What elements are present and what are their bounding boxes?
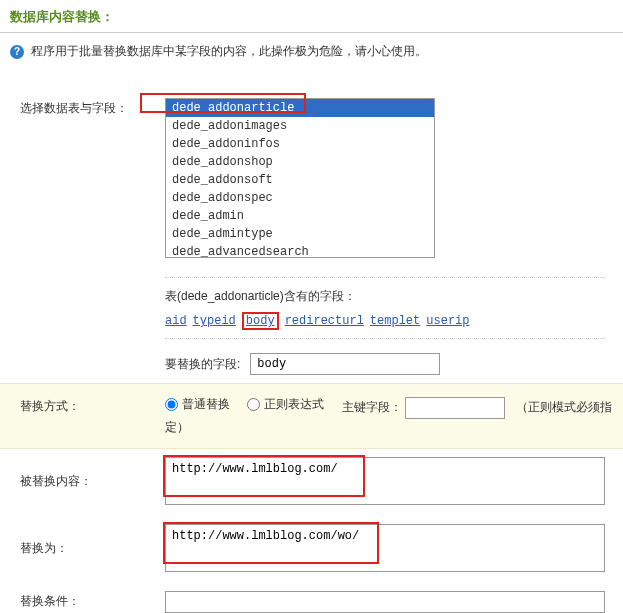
- listbox-item[interactable]: dede_admin: [166, 207, 434, 225]
- radio-normal[interactable]: 普通替换: [165, 396, 230, 413]
- row-replace: 替换为：: [0, 516, 623, 583]
- label-keyfield: 主键字段：: [342, 400, 402, 414]
- field-link[interactable]: userip: [426, 314, 469, 328]
- label-replace-field: 要替换的字段:: [165, 356, 240, 373]
- field-link[interactable]: redirecturl: [285, 314, 364, 328]
- page-title: 数据库内容替换：: [10, 9, 114, 24]
- field-link[interactable]: templet: [370, 314, 420, 328]
- listbox-item[interactable]: dede_addonimages: [166, 117, 434, 135]
- radio-normal-input[interactable]: [165, 398, 178, 411]
- radio-regex-input[interactable]: [247, 398, 260, 411]
- info-row: ? 程序用于批量替换数据库中某字段的内容，此操作极为危险，请小心使用。: [0, 33, 623, 90]
- fields-title: 表(dede_addonarticle)含有的字段：: [165, 288, 605, 305]
- row-find: 被替换内容：: [0, 449, 623, 516]
- table-listbox[interactable]: dede_addonarticledede_addonimagesdede_ad…: [165, 98, 435, 258]
- listbox-item[interactable]: dede_advancedsearch: [166, 243, 434, 258]
- page-header: 数据库内容替换：: [0, 0, 623, 33]
- label-table-select: 选择数据表与字段：: [10, 98, 165, 117]
- input-condition[interactable]: [165, 591, 605, 613]
- field-link[interactable]: aid: [165, 314, 187, 328]
- textarea-find[interactable]: [165, 457, 605, 505]
- field-link[interactable]: body: [242, 312, 279, 330]
- row-mode: 替换方式： 普通替换 正则表达式 主键字段： （正则模式必须指定）: [0, 383, 623, 449]
- label-condition: 替换条件：: [10, 591, 165, 610]
- fields-block: 表(dede_addonarticle)含有的字段： aidtypeidbody…: [165, 277, 605, 339]
- listbox-item[interactable]: dede_addonsoft: [166, 171, 434, 189]
- fields-list: aidtypeidbodyredirecturltempletuserip: [165, 313, 605, 328]
- textarea-replace[interactable]: [165, 524, 605, 572]
- listbox-item[interactable]: dede_addoninfos: [166, 135, 434, 153]
- listbox-item[interactable]: dede_addonspec: [166, 189, 434, 207]
- row-table-select: 选择数据表与字段： dede_addonarticledede_addonima…: [0, 90, 623, 383]
- label-replace: 替换为：: [10, 524, 165, 557]
- input-keyfield[interactable]: [405, 397, 505, 419]
- row-condition: 替换条件：: [0, 583, 623, 613]
- label-mode: 替换方式：: [10, 396, 165, 415]
- row-replace-field: 要替换的字段:: [165, 353, 613, 375]
- listbox-item[interactable]: dede_admintype: [166, 225, 434, 243]
- input-replace-field[interactable]: [250, 353, 440, 375]
- mode-inputs: 普通替换 正则表达式 主键字段： （正则模式必须指定）: [165, 396, 613, 436]
- radio-regex[interactable]: 正则表达式: [247, 396, 324, 413]
- help-icon: ?: [10, 45, 24, 59]
- info-text: 程序用于批量替换数据库中某字段的内容，此操作极为危险，请小心使用。: [31, 44, 427, 58]
- label-find: 被替换内容：: [10, 457, 165, 490]
- listbox-item[interactable]: dede_addonshop: [166, 153, 434, 171]
- listbox-item[interactable]: dede_addonarticle: [166, 99, 434, 117]
- field-link[interactable]: typeid: [193, 314, 236, 328]
